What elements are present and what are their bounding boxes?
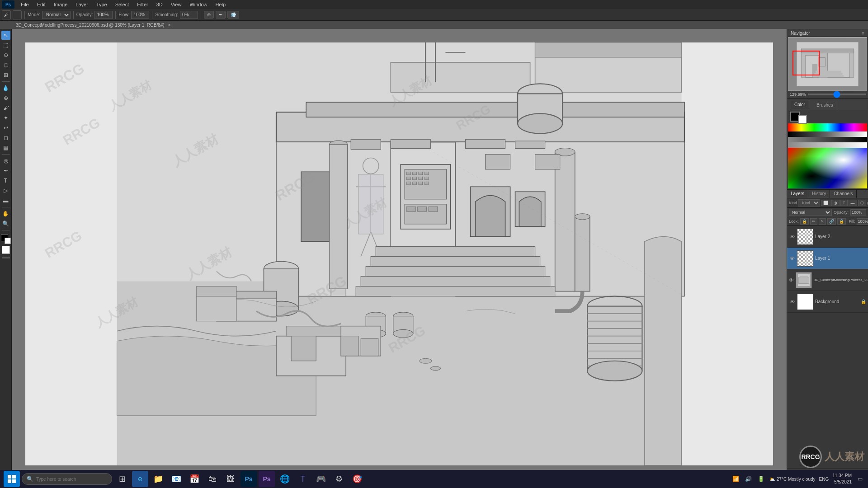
search-input[interactable] xyxy=(36,477,107,482)
layer-item-concept[interactable]: 👁 3D_ConceptModellingProcess_20210906 xyxy=(787,269,868,291)
heal-tool[interactable]: ⊕ xyxy=(1,94,10,103)
color-lum-bar[interactable] xyxy=(788,142,867,148)
lasso-tool[interactable]: ⊙ xyxy=(1,51,10,60)
calendar-icon[interactable]: 📅 xyxy=(186,471,203,487)
app-icon-3[interactable]: 🎯 xyxy=(349,471,365,487)
show-desktop-btn[interactable]: ▭ xyxy=(855,474,864,483)
move-tool[interactable]: ↖ xyxy=(1,31,10,40)
fill-input[interactable] xyxy=(857,218,868,225)
gradient-tool[interactable]: ▦ xyxy=(1,143,10,152)
path-select-tool[interactable]: ▷ xyxy=(1,186,10,195)
layer-item-background[interactable]: 👁 Background 🔒 xyxy=(787,291,868,313)
eyedropper-tool[interactable]: 💧 xyxy=(1,84,10,93)
photos-icon[interactable]: 🖼 xyxy=(222,471,239,487)
menu-view[interactable]: View xyxy=(167,1,185,8)
flow-input[interactable] xyxy=(131,11,149,19)
menu-filter[interactable]: Filter xyxy=(133,1,151,8)
lang-indicator[interactable]: ENG xyxy=(819,477,829,482)
lock-all-btn[interactable]: 🔒 xyxy=(837,218,846,225)
edge-icon[interactable]: e xyxy=(132,471,148,487)
explorer-icon[interactable]: 📁 xyxy=(150,471,166,487)
eraser-tool[interactable]: ◻ xyxy=(1,133,10,142)
weather-display[interactable]: ⛅ 27°C Mostly cloudy xyxy=(769,477,816,482)
brushes-tab[interactable]: Brushes xyxy=(813,101,837,109)
pressure-btn[interactable]: ✒ xyxy=(216,11,226,19)
background-visibility[interactable]: 👁 xyxy=(789,299,795,305)
blend-mode-select[interactable]: Normal xyxy=(789,209,832,216)
color-spectrum-bar[interactable] xyxy=(788,123,867,131)
menu-type[interactable]: Type xyxy=(93,1,111,8)
brush-tool[interactable]: 🖌 xyxy=(1,103,10,113)
filter-kind-select[interactable]: Kind xyxy=(798,199,820,206)
search-bar[interactable]: 🔍 xyxy=(22,473,112,485)
menu-3d[interactable]: 3D xyxy=(153,1,166,8)
brush-preset-picker[interactable]: 🖌 xyxy=(2,10,11,19)
filter-adj-btn[interactable]: ◑ xyxy=(831,200,840,206)
mode-select[interactable]: Normal xyxy=(42,11,71,19)
navigator-collapse-btn[interactable]: ≡ xyxy=(862,31,864,36)
task-view-btn[interactable]: ⊞ xyxy=(114,471,130,487)
filter-shape-btn[interactable]: ▬ xyxy=(849,200,857,206)
menu-image[interactable]: Image xyxy=(50,1,71,8)
layer-item-1[interactable]: 👁 Layer 1 xyxy=(787,248,868,269)
filter-smart-btn[interactable]: ⬡ xyxy=(858,200,866,206)
navigator-preview[interactable] xyxy=(788,37,867,91)
volume-icon[interactable]: 🔊 xyxy=(744,474,753,483)
color-picker-area[interactable] xyxy=(788,148,867,188)
battery-icon[interactable]: 🔋 xyxy=(757,474,766,483)
color-tab[interactable]: Color xyxy=(791,101,809,109)
zoom-tool[interactable]: 🔍 xyxy=(1,219,10,228)
lock-artboard-btn[interactable]: 🔗 xyxy=(827,218,836,225)
layer-2-visibility[interactable]: 👁 xyxy=(789,234,795,240)
marquee-tool[interactable]: ⬚ xyxy=(1,41,10,50)
start-button[interactable] xyxy=(4,471,20,487)
filter-type-btn[interactable]: T xyxy=(840,200,848,206)
smoothing-input[interactable] xyxy=(180,11,198,19)
clock[interactable]: 11:34 PM 5/5/2021 xyxy=(832,473,852,485)
menu-window[interactable]: Window xyxy=(186,1,211,8)
menu-select[interactable]: Select xyxy=(112,1,133,8)
color-hue-bar[interactable] xyxy=(788,131,867,137)
screen-mode-btn[interactable] xyxy=(2,257,10,258)
canvas-area[interactable]: RRCG 人人素材 RRCG 人人素材 RRCG 人人素材 RRCG 人人素材 … xyxy=(12,29,787,479)
airbrush-btn[interactable]: 💨 xyxy=(227,11,239,19)
stamp-tool[interactable]: ✦ xyxy=(1,113,10,122)
layer-item-2[interactable]: 👁 Layer 2 xyxy=(787,226,868,248)
symmetry-btn[interactable]: ⊕ xyxy=(204,11,214,19)
fg-bg-color-display[interactable] xyxy=(1,234,11,244)
filter-pixel-btn[interactable]: ⬜ xyxy=(821,200,830,206)
text-tool[interactable]: T xyxy=(1,176,10,185)
menu-edit[interactable]: Edit xyxy=(33,1,49,8)
menu-file[interactable]: File xyxy=(17,1,33,8)
teams-icon[interactable]: T xyxy=(295,471,311,487)
dodge-tool[interactable]: ◎ xyxy=(1,156,10,165)
hand-tool[interactable]: ✋ xyxy=(1,209,10,218)
store-icon[interactable]: 🛍 xyxy=(204,471,221,487)
ps2-icon[interactable]: Ps xyxy=(259,471,275,487)
quick-select-tool[interactable]: ⬡ xyxy=(1,61,10,70)
chrome-icon[interactable]: 🌐 xyxy=(277,471,293,487)
concept-layer-visibility[interactable]: 👁 xyxy=(789,277,794,283)
mail-icon[interactable]: 📧 xyxy=(168,471,184,487)
app-icon-2[interactable]: ⚙ xyxy=(331,471,347,487)
crop-tool[interactable]: ⊞ xyxy=(1,70,10,80)
background-color[interactable] xyxy=(5,238,11,244)
opacity-input[interactable] xyxy=(94,11,113,19)
network-icon[interactable]: 📶 xyxy=(731,474,741,483)
navigator-zoom-slider[interactable] xyxy=(808,94,866,95)
photoshop-taskbar-icon[interactable]: Ps xyxy=(241,471,257,487)
pen-tool[interactable]: ✒ xyxy=(1,166,10,175)
layer-1-visibility[interactable]: 👁 xyxy=(789,255,795,262)
file-tab-close[interactable]: × xyxy=(168,23,171,28)
lock-pixels-btn[interactable]: 🔒 xyxy=(800,218,809,225)
tab-channels[interactable]: Channels xyxy=(830,190,857,198)
tab-layers[interactable]: Layers xyxy=(787,190,808,198)
quick-mask-btn[interactable] xyxy=(2,246,10,254)
tab-history[interactable]: History xyxy=(808,190,830,198)
app-icon-1[interactable]: 🎮 xyxy=(313,471,329,487)
opacity-input[interactable] xyxy=(850,209,866,216)
history-brush-tool[interactable]: ↩ xyxy=(1,123,10,132)
lock-move-btn[interactable]: ↖ xyxy=(819,218,826,225)
shape-tool[interactable]: ▬ xyxy=(1,196,10,205)
menu-help[interactable]: Help xyxy=(212,1,230,8)
